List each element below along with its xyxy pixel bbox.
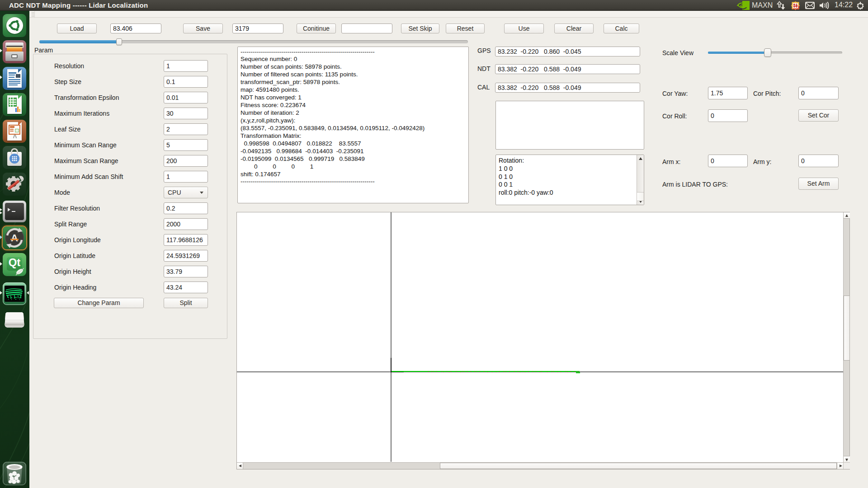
svg-text:A: A <box>11 232 18 244</box>
